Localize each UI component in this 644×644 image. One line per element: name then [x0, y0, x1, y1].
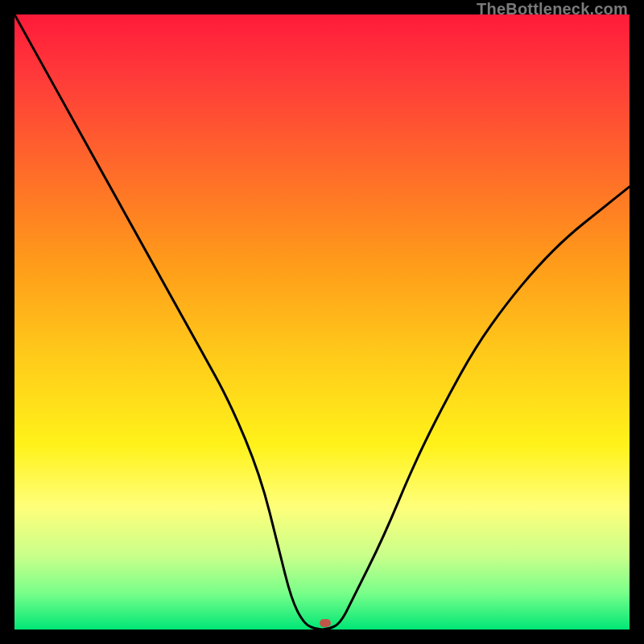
chart-frame: TheBottleneck.com [0, 0, 644, 644]
optimum-marker [320, 619, 331, 627]
bottleneck-curve [14, 14, 630, 630]
watermark-text: TheBottleneck.com [477, 0, 628, 19]
